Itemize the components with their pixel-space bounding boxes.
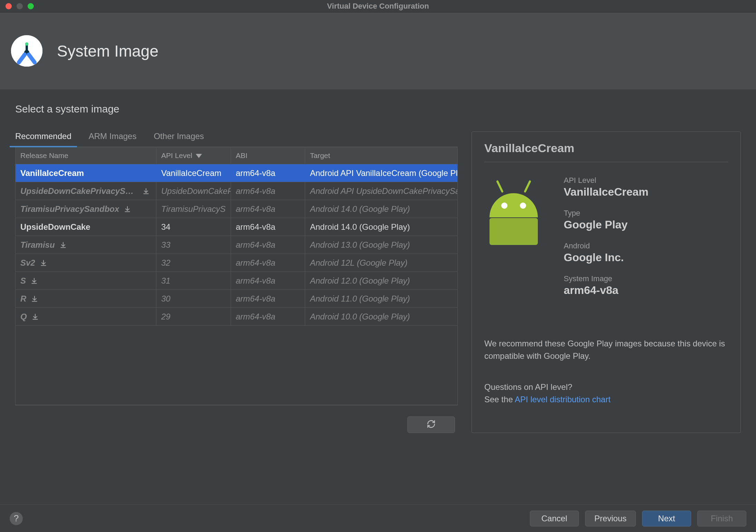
cell-api: 33 [156, 236, 231, 254]
svg-point-7 [520, 203, 526, 209]
table-empty-area [16, 326, 457, 405]
table-row[interactable]: S31arm64-v8aAndroid 12.0 (Google Play) [16, 272, 457, 290]
detail-api-label: API Level [564, 176, 728, 185]
col-abi[interactable]: ABI [231, 147, 305, 164]
cell-target: Android 11.0 (Google Play) [305, 290, 457, 307]
detail-see-prefix: See the [484, 395, 515, 404]
android-studio-logo-icon [10, 35, 43, 67]
download-icon[interactable] [31, 277, 38, 284]
refresh-button[interactable] [407, 416, 455, 433]
download-icon[interactable] [31, 295, 38, 302]
cell-target: Android 12.0 (Google Play) [305, 272, 457, 289]
cell-api: 32 [156, 254, 231, 272]
cell-api: 30 [156, 290, 231, 307]
release-name-text: Q [20, 312, 27, 322]
table-row[interactable]: VanillaIceCreamVanillaIceCreamarm64-v8aA… [16, 164, 457, 182]
col-release-name[interactable]: Release Name [16, 147, 156, 164]
table-row[interactable]: TiramisuPrivacySandboxTiramisuPrivacySar… [16, 200, 457, 218]
release-name-text: Sv2 [20, 258, 35, 268]
cell-target: Android 10.0 (Google Play) [305, 308, 457, 325]
page-title: System Image [57, 42, 158, 60]
content: Select a system image Recommended ARM Im… [0, 89, 756, 433]
cell-abi: arm64-v8a [231, 218, 305, 236]
window-controls [0, 3, 34, 9]
cell-release: S [16, 272, 156, 289]
table-row[interactable]: UpsideDownCake34arm64-v8aAndroid 14.0 (G… [16, 218, 457, 236]
subtitle: Select a system image [15, 103, 741, 115]
detail-title: VanillaIceCream [484, 141, 728, 162]
sort-desc-icon [196, 151, 202, 160]
tab-recommended[interactable]: Recommended [15, 131, 71, 147]
cell-release: Sv2 [16, 254, 156, 272]
download-icon[interactable] [124, 206, 131, 213]
download-icon[interactable] [143, 188, 149, 195]
cell-release: TiramisuPrivacySandbox [16, 200, 156, 218]
left-pane: Recommended ARM Images Other Images Rele… [15, 131, 458, 433]
tabs: Recommended ARM Images Other Images [15, 131, 458, 147]
cell-target: Android API VanillaIceCream (Google Play… [305, 164, 457, 182]
download-icon[interactable] [40, 259, 47, 266]
cell-abi: arm64-v8a [231, 254, 305, 272]
finish-button: Finish [697, 511, 746, 526]
detail-type-label: Type [564, 209, 728, 218]
cell-release: UpsideDownCakePrivacySandbox [16, 182, 156, 200]
table-row[interactable]: Q29arm64-v8aAndroid 10.0 (Google Play) [16, 308, 457, 326]
detail-type-value: Google Play [564, 218, 728, 231]
release-name-text: Tiramisu [20, 240, 55, 250]
release-name-text: R [20, 294, 26, 304]
table-row[interactable]: UpsideDownCakePrivacySandboxUpsideDownCa… [16, 182, 457, 200]
detail-android-label: Android [564, 242, 728, 250]
table-row[interactable]: Sv232arm64-v8aAndroid 12L (Google Play) [16, 254, 457, 272]
tab-other-images[interactable]: Other Images [154, 131, 204, 147]
cell-api: 31 [156, 272, 231, 289]
next-button[interactable]: Next [642, 511, 691, 526]
download-icon[interactable] [32, 313, 39, 320]
release-name-text: S [20, 276, 26, 286]
close-window-icon[interactable] [6, 3, 12, 9]
cell-abi: arm64-v8a [231, 164, 305, 182]
detail-android-value: Google Inc. [564, 251, 728, 264]
col-api-level[interactable]: API Level [156, 147, 231, 164]
tab-arm-images[interactable]: ARM Images [89, 131, 137, 147]
cell-api: 29 [156, 308, 231, 325]
cell-abi: arm64-v8a [231, 272, 305, 289]
cell-api: TiramisuPrivacyS [156, 200, 231, 218]
svg-line-4 [525, 181, 530, 191]
cell-target: Android API UpsideDownCakePrivacySandbox [305, 182, 457, 200]
release-name-text: UpsideDownCake [20, 222, 90, 232]
maximize-window-icon[interactable] [28, 3, 34, 9]
release-name-text: VanillaIceCream [20, 168, 84, 178]
release-name-text: TiramisuPrivacySandbox [20, 204, 119, 214]
previous-button[interactable]: Previous [585, 511, 636, 526]
table-row[interactable]: R30arm64-v8aAndroid 11.0 (Google Play) [16, 290, 457, 308]
cell-target: Android 14.0 (Google Play) [305, 218, 457, 236]
help-button[interactable]: ? [10, 512, 23, 525]
svg-line-3 [497, 181, 502, 191]
svg-point-2 [25, 42, 29, 46]
help-icon: ? [14, 513, 19, 524]
table-row[interactable]: Tiramisu33arm64-v8aAndroid 13.0 (Google … [16, 236, 457, 254]
window-title: Virtual Device Configuration [0, 2, 756, 11]
col-api-level-label: API Level [161, 151, 192, 160]
cancel-button[interactable]: Cancel [530, 511, 579, 526]
download-icon[interactable] [60, 242, 67, 248]
detail-note: We recommend these Google Play images be… [484, 337, 728, 362]
detail-sysimg-value: arm64-v8a [564, 284, 728, 297]
api-distribution-link[interactable]: API level distribution chart [515, 395, 610, 404]
system-image-table: Release Name API Level ABI Target Vanill… [15, 147, 458, 405]
cell-api: UpsideDownCakePS [156, 182, 231, 200]
svg-rect-5 [490, 218, 538, 245]
detail-api-value: VanillaIceCream [564, 186, 728, 198]
footer: ? Cancel Previous Next Finish [0, 504, 756, 532]
cell-release: Q [16, 308, 156, 325]
minimize-window-icon[interactable] [17, 3, 23, 9]
cell-abi: arm64-v8a [231, 308, 305, 325]
cell-release: VanillaIceCream [16, 164, 156, 182]
col-target[interactable]: Target [305, 147, 457, 164]
cell-abi: arm64-v8a [231, 200, 305, 218]
detail-panel: VanillaIceCream [472, 131, 741, 433]
cell-target: Android 13.0 (Google Play) [305, 236, 457, 254]
svg-point-6 [501, 203, 507, 209]
cell-release: UpsideDownCake [16, 218, 156, 236]
android-logo-icon [484, 176, 543, 307]
